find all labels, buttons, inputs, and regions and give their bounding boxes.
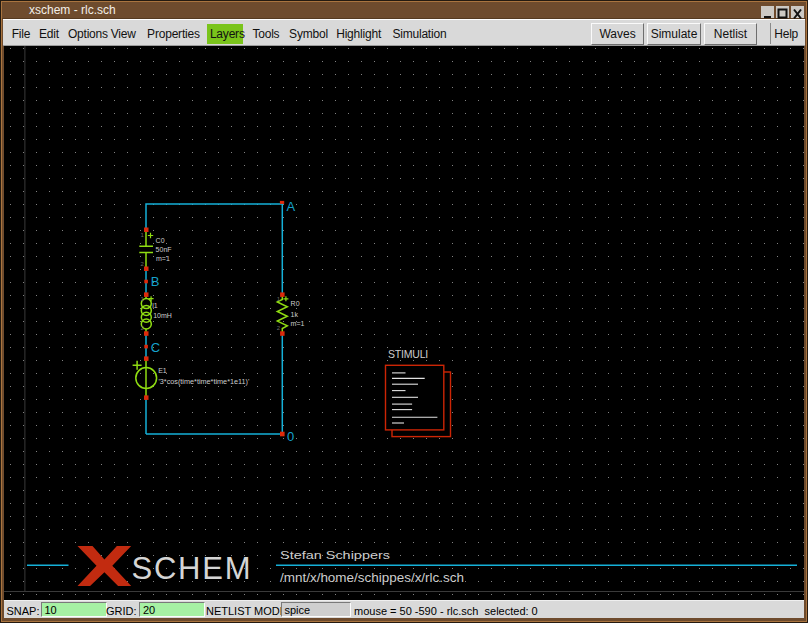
svg-text:B: B [151, 274, 160, 289]
svg-text:SCHEM: SCHEM [132, 551, 251, 586]
svg-text:C0: C0 [156, 237, 165, 244]
svg-text:l1: l1 [152, 302, 158, 309]
svg-text:R0: R0 [291, 300, 300, 307]
svg-text:Stefan Schippers: Stefan Schippers [280, 549, 390, 561]
svg-text:STIMULI: STIMULI [388, 348, 428, 360]
svg-text:/mnt/x/home/schippes/x/rlc.sch: /mnt/x/home/schippes/x/rlc.sch [280, 570, 464, 585]
svg-text:0: 0 [287, 429, 294, 444]
svg-text:C: C [151, 340, 160, 355]
svg-text:1k: 1k [291, 311, 299, 318]
svg-text:2: 2 [277, 325, 281, 331]
svg-text:E1: E1 [158, 367, 167, 374]
svg-text:m=1: m=1 [291, 320, 305, 327]
svg-text:A: A [287, 199, 296, 214]
svg-text:1: 1 [141, 232, 145, 238]
svg-text:m=1: m=1 [156, 255, 170, 262]
svg-text:2: 2 [141, 261, 145, 267]
svg-text:10mH: 10mH [153, 312, 172, 319]
svg-text:50nF: 50nF [156, 246, 172, 253]
svg-text:'3*cos(time*time*time*1e11)': '3*cos(time*time*time*1e11)' [158, 378, 249, 386]
